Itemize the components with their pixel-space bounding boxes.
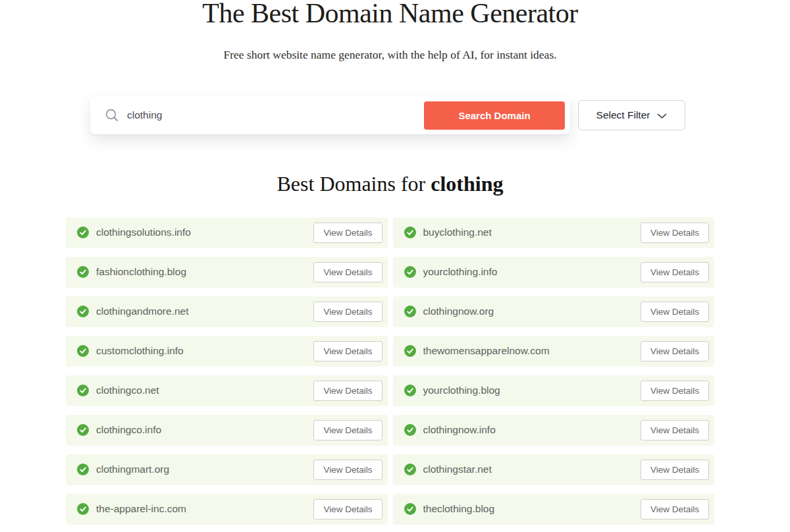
domain-name: fashionclothing.blog bbox=[96, 266, 313, 278]
view-details-button[interactable]: View Details bbox=[313, 460, 382, 480]
domain-name: clothingnow.info bbox=[423, 424, 641, 436]
view-details-button[interactable]: View Details bbox=[641, 460, 709, 480]
domain-row: clothingco.net View Details bbox=[66, 375, 388, 406]
results-heading-prefix: Best Domains for bbox=[277, 172, 431, 196]
domain-name: clothingstar.net bbox=[423, 464, 641, 475]
search-row: Search Domain Select Filter bbox=[90, 96, 714, 134]
check-circle-icon bbox=[77, 266, 89, 278]
filter-label: Select Filter bbox=[596, 109, 650, 121]
check-circle-icon bbox=[404, 306, 416, 317]
view-details-button[interactable]: View Details bbox=[313, 420, 382, 440]
check-circle-icon bbox=[404, 345, 416, 357]
check-circle-icon bbox=[77, 306, 89, 317]
domain-row: yourclothing.blog View Details bbox=[393, 375, 715, 406]
check-circle-icon bbox=[404, 266, 416, 278]
check-circle-icon bbox=[77, 385, 89, 396]
domain-name: thewomensapparelnow.com bbox=[423, 345, 641, 357]
check-circle-icon bbox=[404, 464, 416, 475]
search-input[interactable] bbox=[127, 102, 424, 128]
check-circle-icon bbox=[77, 226, 89, 238]
check-circle-icon bbox=[77, 424, 89, 436]
domain-name: the-apparel-inc.com bbox=[96, 503, 313, 515]
check-circle-icon bbox=[404, 226, 416, 238]
results-column-left: clothingsolutions.info View Details fash… bbox=[66, 217, 388, 532]
domain-name: buyclothing.net bbox=[423, 226, 641, 238]
domain-name: clothingmart.org bbox=[96, 464, 313, 475]
view-details-button[interactable]: View Details bbox=[641, 262, 709, 282]
view-details-button[interactable]: View Details bbox=[313, 341, 382, 361]
check-circle-icon bbox=[77, 345, 89, 357]
domain-row: clothingnow.info View Details bbox=[393, 415, 715, 446]
view-details-button[interactable]: View Details bbox=[313, 223, 382, 243]
domain-row: clothingco.info View Details bbox=[66, 415, 388, 446]
domain-row: theclothing.blog View Details bbox=[393, 494, 715, 525]
domain-row: yourclothing.info View Details bbox=[393, 257, 715, 288]
select-filter-dropdown[interactable]: Select Filter bbox=[578, 100, 685, 130]
view-details-button[interactable]: View Details bbox=[313, 381, 382, 401]
domain-row: buyclothing.net View Details bbox=[393, 217, 715, 248]
search-domain-button[interactable]: Search Domain bbox=[424, 101, 565, 130]
search-icon bbox=[105, 108, 119, 122]
view-details-button[interactable]: View Details bbox=[641, 381, 709, 401]
domain-name: clothingsolutions.info bbox=[96, 226, 313, 238]
check-circle-icon bbox=[404, 385, 416, 396]
domain-row: clothingandmore.net View Details bbox=[66, 296, 388, 327]
domain-row: clothingstar.net View Details bbox=[393, 454, 715, 485]
results-heading-keyword: clothing bbox=[431, 172, 503, 196]
results-column-right: buyclothing.net View Details yourclothin… bbox=[393, 217, 715, 532]
domain-row: thewomensapparelnow.com View Details bbox=[393, 336, 715, 367]
domain-name: yourclothing.info bbox=[423, 266, 641, 278]
view-details-button[interactable]: View Details bbox=[641, 420, 709, 440]
view-details-button[interactable]: View Details bbox=[641, 302, 709, 322]
domain-name: customclothing.info bbox=[96, 345, 313, 357]
check-circle-icon bbox=[404, 424, 416, 436]
view-details-button[interactable]: View Details bbox=[313, 499, 382, 519]
domain-name: clothingnow.org bbox=[423, 306, 641, 317]
view-details-button[interactable]: View Details bbox=[641, 341, 709, 361]
domain-row: the-apparel-inc.com View Details bbox=[66, 494, 388, 525]
domain-name: yourclothing.blog bbox=[423, 385, 641, 396]
results-grid: clothingsolutions.info View Details fash… bbox=[66, 217, 714, 532]
domain-row: clothingsolutions.info View Details bbox=[66, 217, 388, 248]
view-details-button[interactable]: View Details bbox=[313, 262, 382, 282]
chevron-down-icon bbox=[657, 113, 667, 119]
domain-row: clothingmart.org View Details bbox=[66, 454, 388, 485]
domain-name: clothingco.net bbox=[96, 385, 313, 396]
domain-row: fashionclothing.blog View Details bbox=[66, 257, 388, 288]
check-circle-icon bbox=[77, 503, 89, 515]
domain-name: clothingandmore.net bbox=[96, 306, 313, 317]
results-heading: Best Domains for clothing bbox=[66, 172, 714, 196]
page-title: The Best Domain Name Generator bbox=[66, 0, 714, 29]
view-details-button[interactable]: View Details bbox=[641, 499, 709, 519]
view-details-button[interactable]: View Details bbox=[313, 302, 382, 322]
check-circle-icon bbox=[77, 464, 89, 475]
domain-name: clothingco.info bbox=[96, 424, 313, 436]
search-box: Search Domain bbox=[90, 96, 570, 134]
page-subtitle: Free short website name generator, with … bbox=[66, 48, 714, 62]
page: The Best Domain Name Generator Free shor… bbox=[66, 0, 714, 532]
domain-row: customclothing.info View Details bbox=[66, 336, 388, 367]
view-details-button[interactable]: View Details bbox=[641, 223, 709, 243]
check-circle-icon bbox=[404, 503, 416, 515]
domain-name: theclothing.blog bbox=[423, 503, 641, 515]
domain-row: clothingnow.org View Details bbox=[393, 296, 715, 327]
